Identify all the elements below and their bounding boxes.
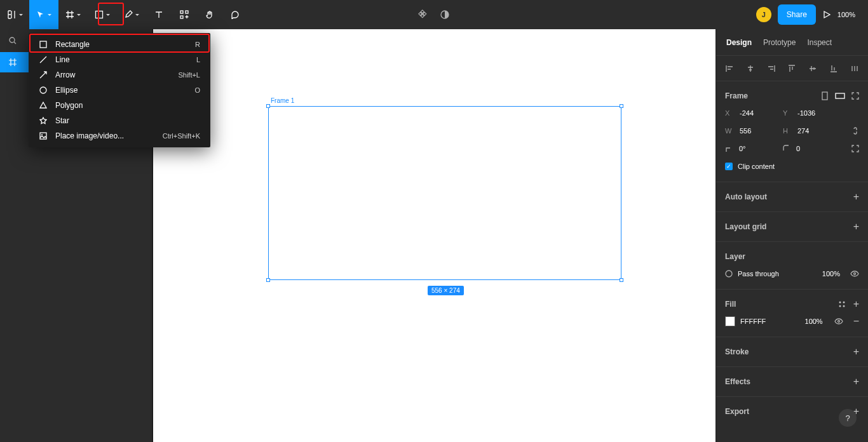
help-button[interactable]: ? xyxy=(839,409,857,427)
add-effect[interactable]: + xyxy=(853,376,859,387)
layout-grid-section: Layout grid + xyxy=(716,212,868,242)
shape-dropdown: Rectangle R Line L Arrow Shift+L Ellipse… xyxy=(29,33,210,147)
hand-tool[interactable] xyxy=(197,0,222,29)
remove-fill[interactable]: − xyxy=(853,316,859,327)
effects-title: Effects xyxy=(725,377,750,386)
present-icon[interactable] xyxy=(822,10,831,19)
dropdown-item-label: Line xyxy=(55,55,70,64)
eye-icon[interactable] xyxy=(834,318,843,325)
image-icon xyxy=(39,131,48,140)
dropdown-item-shortcut: O xyxy=(194,86,200,94)
selection-handle[interactable] xyxy=(620,104,623,108)
main-menu-button[interactable] xyxy=(0,0,29,29)
tab-inspect[interactable]: Inspect xyxy=(807,38,832,47)
align-left-icon[interactable] xyxy=(725,64,734,73)
selection-handle[interactable] xyxy=(266,278,270,282)
svg-point-9 xyxy=(41,134,43,135)
pen-tool[interactable] xyxy=(117,0,146,29)
layout-grid-title: Layout grid xyxy=(725,222,766,231)
add-stroke[interactable]: + xyxy=(853,346,859,358)
comment-tool[interactable] xyxy=(222,0,248,29)
align-right-icon[interactable] xyxy=(767,64,776,73)
svg-rect-0 xyxy=(96,11,103,18)
fill-swatch[interactable] xyxy=(725,316,735,326)
zoom-value: 100% xyxy=(837,11,855,18)
svg-point-17 xyxy=(843,305,844,307)
line-icon xyxy=(39,55,48,64)
search-icon xyxy=(9,37,17,44)
frame-icon xyxy=(9,58,17,66)
dropdown-item-rectangle[interactable]: Rectangle R xyxy=(29,37,210,52)
w-input[interactable]: 556 xyxy=(740,127,778,135)
mask-icon[interactable] xyxy=(440,10,450,20)
clip-content-checkbox[interactable]: ✓ xyxy=(725,163,733,170)
resources-tool[interactable] xyxy=(172,0,197,29)
rotation-input[interactable]: 0° xyxy=(739,145,777,152)
layer-opacity[interactable]: 100% xyxy=(822,270,840,278)
landscape-icon[interactable] xyxy=(835,92,845,100)
selected-frame[interactable] xyxy=(268,106,621,280)
fill-section: Fill + FFFFFF 100% − xyxy=(716,290,868,337)
link-wh-icon[interactable] xyxy=(851,126,859,135)
x-input[interactable]: -244 xyxy=(740,109,778,117)
blend-mode[interactable]: Pass through xyxy=(738,270,779,278)
selection-handle[interactable] xyxy=(620,278,623,282)
dropdown-item-place-image[interactable]: Place image/video... Ctrl+Shift+K xyxy=(29,128,210,144)
svg-rect-6 xyxy=(40,41,46,48)
dropdown-item-ellipse[interactable]: Ellipse O xyxy=(29,83,210,98)
align-vcenter-icon[interactable] xyxy=(808,64,817,73)
text-tool[interactable] xyxy=(146,0,172,29)
frame-section-title: Frame xyxy=(725,91,748,100)
h-input[interactable]: 274 xyxy=(797,127,836,135)
dropdown-item-label: Star xyxy=(55,116,69,125)
components-icon[interactable] xyxy=(418,10,428,20)
svg-point-16 xyxy=(839,305,841,307)
export-title: Export xyxy=(725,407,749,416)
star-icon xyxy=(39,116,48,125)
canvas[interactable]: Frame 1 556 × 274 xyxy=(153,29,715,442)
layer-section: Layer Pass through 100% xyxy=(716,242,868,290)
independent-corners-icon[interactable] xyxy=(851,145,859,152)
selection-handle[interactable] xyxy=(266,104,270,108)
add-layout-grid[interactable]: + xyxy=(853,221,859,232)
fill-hex[interactable]: FFFFFF xyxy=(740,318,766,325)
dropdown-item-polygon[interactable]: Polygon xyxy=(29,98,210,113)
styles-icon[interactable] xyxy=(838,300,846,308)
tidy-icon[interactable] xyxy=(850,64,859,73)
align-top-icon[interactable] xyxy=(787,64,796,73)
y-input[interactable]: -1036 xyxy=(797,109,836,117)
dimensions-badge: 556 × 274 xyxy=(428,286,464,295)
svg-point-14 xyxy=(839,302,841,304)
tab-design[interactable]: Design xyxy=(726,38,752,47)
resize-fit-icon[interactable] xyxy=(851,92,859,100)
align-bottom-icon[interactable] xyxy=(829,64,838,73)
dropdown-item-star[interactable]: Star xyxy=(29,113,210,128)
corner-input[interactable]: 0 xyxy=(796,145,834,152)
dropdown-item-label: Place image/video... xyxy=(55,131,124,140)
arrow-icon xyxy=(39,70,48,79)
effects-section: Effects + xyxy=(716,367,868,397)
frame-label[interactable]: Frame 1 xyxy=(271,97,294,104)
avatar[interactable]: J xyxy=(756,7,771,22)
align-hcenter-icon[interactable] xyxy=(746,64,755,73)
corner-icon xyxy=(782,144,791,153)
add-auto-layout[interactable]: + xyxy=(853,191,859,203)
zoom-control[interactable]: 100% xyxy=(837,11,858,18)
frame-tool[interactable] xyxy=(58,0,88,29)
shape-tool[interactable] xyxy=(88,0,117,29)
share-button[interactable]: Share xyxy=(778,4,816,25)
add-fill[interactable]: + xyxy=(853,298,859,310)
fill-opacity[interactable]: 100% xyxy=(805,318,823,325)
svg-point-7 xyxy=(40,87,46,93)
auto-layout-title: Auto layout xyxy=(725,192,767,201)
stroke-title: Stroke xyxy=(725,347,749,356)
tab-prototype[interactable]: Prototype xyxy=(763,38,796,47)
svg-point-5 xyxy=(10,37,15,43)
move-tool[interactable] xyxy=(29,0,58,29)
svg-rect-3 xyxy=(180,16,183,18)
dropdown-item-line[interactable]: Line L xyxy=(29,52,210,67)
dropdown-item-arrow[interactable]: Arrow Shift+L xyxy=(29,67,210,83)
dropdown-item-label: Ellipse xyxy=(55,86,78,95)
portrait-icon[interactable] xyxy=(821,91,829,100)
eye-icon[interactable] xyxy=(850,271,859,277)
